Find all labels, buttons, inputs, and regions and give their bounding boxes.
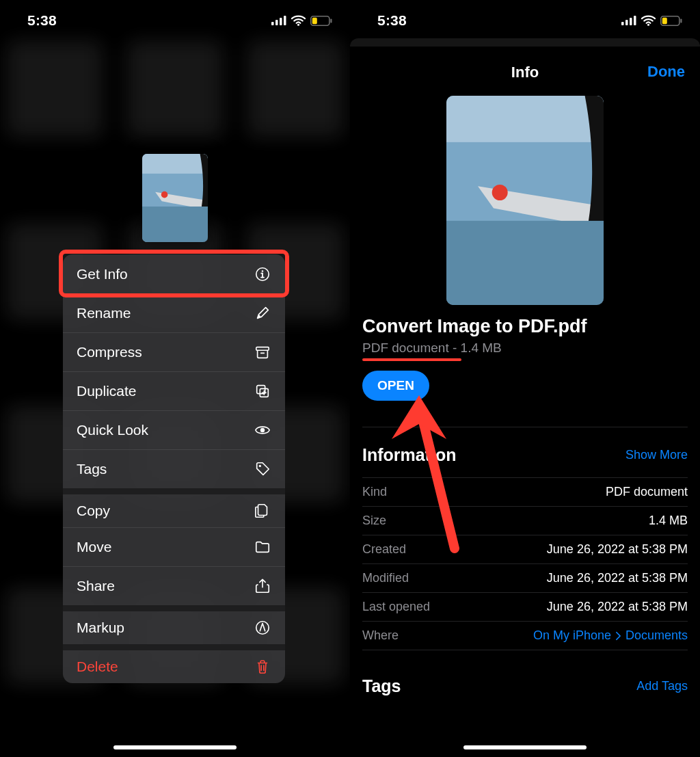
share-icon <box>254 577 271 595</box>
battery-icon <box>310 16 332 26</box>
menu-item-share[interactable]: Share <box>63 566 285 605</box>
markup-icon <box>254 619 271 637</box>
show-more-button[interactable]: Show More <box>625 448 688 462</box>
airplane-window-photo <box>446 96 604 305</box>
info-row: KindPDF document <box>362 478 688 507</box>
battery-icon <box>660 16 682 26</box>
menu-item-label: Move <box>77 539 111 555</box>
right-phone-info-sheet: 5:38 Info Done Convert Image to PDF.pdf … <box>350 0 700 757</box>
where-path-link[interactable]: On My iPhone Documents <box>533 628 688 643</box>
information-header: Information <box>362 445 457 465</box>
menu-item-label: Get Info <box>77 266 128 282</box>
cellular-signal-icon <box>621 16 636 25</box>
airplane-window-photo <box>142 154 208 242</box>
chevron-right-icon <box>615 631 621 641</box>
menu-item-label: Quick Look <box>77 422 148 438</box>
menu-item-rename[interactable]: Rename <box>63 293 285 332</box>
selected-file-thumbnail[interactable] <box>142 154 208 242</box>
menu-item-get-info[interactable]: Get Info <box>63 254 285 293</box>
menu-item-label: Tags <box>77 461 107 477</box>
menu-item-duplicate[interactable]: Duplicate <box>63 371 285 410</box>
sheet-title: Info <box>511 64 539 81</box>
information-table: KindPDF documentSize1.4 MBCreatedJune 26… <box>362 477 688 622</box>
status-time: 5:38 <box>27 12 57 29</box>
menu-item-move[interactable]: Move <box>63 527 285 566</box>
left-phone-context-menu: 5:38 Get InfoRenameCompressDuplicateQuic… <box>0 0 350 757</box>
info-row-value: PDF document <box>606 485 688 499</box>
open-button[interactable]: OPEN <box>362 371 429 401</box>
add-tags-button[interactable]: Add Tags <box>636 679 688 693</box>
duplicate-icon <box>254 382 271 400</box>
annotation-underline <box>362 358 461 361</box>
status-bar: 5:38 <box>350 0 700 41</box>
info-row: Size1.4 MB <box>362 507 688 535</box>
where-location: On My iPhone <box>533 628 611 643</box>
status-time: 5:38 <box>377 12 407 29</box>
info-row-value: June 26, 2022 at 5:38 PM <box>547 571 688 585</box>
archivebox-icon <box>254 343 271 361</box>
info-row: ModifiedJune 26, 2022 at 5:38 PM <box>362 564 688 593</box>
home-indicator[interactable] <box>463 745 587 749</box>
eye-icon <box>254 421 271 439</box>
menu-item-compress[interactable]: Compress <box>63 332 285 371</box>
file-title: Convert Image to PDF.pdf <box>362 316 688 337</box>
menu-item-label: Rename <box>77 305 131 321</box>
info-row-key: Size <box>362 514 386 528</box>
menu-item-quick-look[interactable]: Quick Look <box>63 410 285 449</box>
done-button[interactable]: Done <box>647 63 685 81</box>
info-row-value: 1.4 MB <box>649 514 688 528</box>
file-preview-large[interactable] <box>446 96 604 305</box>
menu-item-label: Copy <box>77 503 110 519</box>
menu-item-copy[interactable]: Copy <box>63 488 285 527</box>
folder-icon <box>254 538 271 556</box>
wifi-icon <box>641 15 656 26</box>
info-row-key: Last opened <box>362 600 430 614</box>
info-row-key-where: Where <box>362 628 399 643</box>
menu-item-label: Delete <box>77 659 118 675</box>
tag-icon <box>254 460 271 478</box>
info-sheet: Info Done Convert Image to PDF.pdf PDF d… <box>350 49 700 757</box>
menu-item-label: Markup <box>77 620 124 636</box>
info-row-value: June 26, 2022 at 5:38 PM <box>547 600 688 614</box>
file-subtitle: PDF document - 1.4 MB <box>362 341 688 356</box>
info-row-key: Kind <box>362 485 387 499</box>
pencil-icon <box>254 304 271 322</box>
home-indicator[interactable] <box>113 745 237 749</box>
info-row-value: June 26, 2022 at 5:38 PM <box>547 542 688 557</box>
copydoc-icon <box>254 502 271 520</box>
menu-item-tags[interactable]: Tags <box>63 449 285 488</box>
menu-item-label: Duplicate <box>77 383 137 399</box>
info-icon <box>254 265 271 283</box>
info-row-key: Created <box>362 542 406 557</box>
wifi-icon <box>291 15 306 26</box>
status-bar: 5:38 <box>0 0 350 41</box>
cellular-signal-icon <box>271 16 286 25</box>
trash-icon <box>254 658 271 676</box>
menu-item-markup[interactable]: Markup <box>63 605 285 644</box>
info-row: Last openedJune 26, 2022 at 5:38 PM <box>362 593 688 622</box>
info-row: CreatedJune 26, 2022 at 5:38 PM <box>362 535 688 564</box>
menu-item-label: Share <box>77 578 115 594</box>
where-folder: Documents <box>625 628 688 643</box>
tags-header: Tags <box>362 676 401 696</box>
menu-item-label: Compress <box>77 344 142 360</box>
info-row-key: Modified <box>362 571 409 585</box>
file-context-menu: Get InfoRenameCompressDuplicateQuick Loo… <box>63 254 285 683</box>
menu-item-delete[interactable]: Delete <box>63 644 285 683</box>
